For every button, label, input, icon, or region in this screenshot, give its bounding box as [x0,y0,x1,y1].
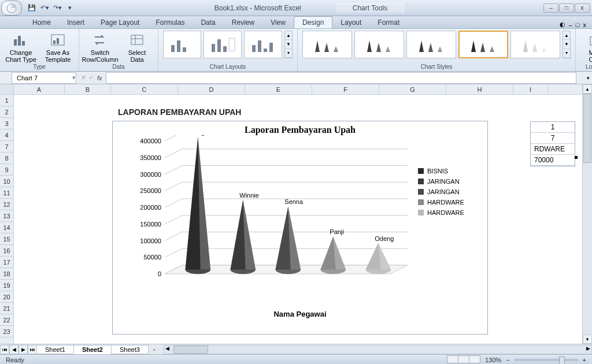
tab-insert[interactable]: Insert [59,17,92,28]
page-break-view-icon[interactable] [469,355,480,363]
col-header-f[interactable]: F [312,84,379,94]
tab-design[interactable]: Design [294,16,332,28]
nav-next-icon[interactable]: ▶ [18,345,28,354]
chart-title[interactable]: Laporan Pembayaran Upah [113,125,487,135]
tab-home[interactable]: Home [24,17,59,28]
close-button[interactable]: x [575,3,590,13]
accept-icon[interactable]: ✓ [88,74,94,81]
col-header-g[interactable]: G [379,84,446,94]
page-layout-view-icon[interactable] [458,355,469,363]
selection-fill-handle[interactable] [575,156,578,159]
move-chart-button[interactable]: Move Chart [580,31,592,63]
legend-item[interactable]: JARINGAN [418,178,487,185]
sheet-tab-3[interactable]: Sheet3 [111,345,149,354]
zoom-level[interactable]: 130% [485,356,501,363]
row-header-17[interactable]: 17 [0,257,13,268]
row-header-3[interactable]: 3 [0,118,13,129]
nav-first-icon[interactable]: ⏮ [0,345,9,354]
row-header-20[interactable]: 20 [0,291,13,303]
row-header-14[interactable]: 14 [0,222,13,233]
view-buttons[interactable] [447,355,480,364]
row-header-8[interactable]: 8 [0,153,13,164]
tab-data[interactable]: Data [193,17,223,28]
row-header-18[interactable]: 18 [0,268,13,280]
select-data-button[interactable]: Select Data [121,31,153,63]
style-option-2[interactable] [354,31,404,58]
row-header-16[interactable]: 16 [0,245,13,257]
undo-icon[interactable]: ↶▾ [39,3,50,13]
vertical-scrollbar[interactable]: ▲ ▼ [582,84,592,344]
col-header-h[interactable]: H [446,84,513,94]
row-header-19[interactable]: 19 [0,280,13,291]
col-header-a[interactable]: A [14,84,65,94]
tab-formulas[interactable]: Formulas [147,17,193,28]
chart-layouts-gallery[interactable]: ▲▼▾ [163,31,293,58]
legend-item[interactable]: BISNIS [418,168,487,174]
row-header-9[interactable]: 9 [0,164,13,176]
row-header-13[interactable]: 13 [0,210,13,222]
name-box[interactable]: Chart 7▾ [12,72,76,84]
zoom-slider[interactable] [515,359,578,361]
layout-option-1[interactable] [163,31,201,58]
help-icon[interactable]: ◐ [560,21,565,28]
hscroll-thumb[interactable] [173,346,208,354]
layout-option-3[interactable] [244,31,282,58]
cancel-icon[interactable]: ✕ [81,74,86,81]
chart-styles-gallery[interactable]: ▲▼▾ [302,31,571,58]
tab-page-layout[interactable]: Page Layout [92,17,147,28]
save-as-template-button[interactable]: Save As Template [42,31,74,63]
legend-item[interactable]: JARINGAN [418,188,487,195]
styles-gallery-scroll[interactable]: ▲▼▾ [563,31,571,58]
style-option-4[interactable] [458,31,508,58]
row-header-11[interactable]: 11 [0,187,13,199]
cell-h9[interactable]: RDWARE [531,144,575,155]
style-option-1[interactable] [302,31,352,58]
row-header-1[interactable]: 1 [0,95,13,106]
style-option-5[interactable] [510,31,560,58]
cell-h8[interactable]: 7 [531,133,575,144]
col-header-e[interactable]: E [245,84,312,94]
maximize-button[interactable]: □ [559,3,574,13]
normal-view-icon[interactable] [447,355,458,363]
embedded-chart[interactable]: Laporan Pembayaran Upah 0500001000001500… [112,121,488,335]
chart-plot-area[interactable]: 0500001000001500002000002500003000003500… [119,135,418,309]
row-header-15[interactable]: 15 [0,233,13,245]
chart-legend[interactable]: BISNISJARINGANJARINGANHARDWAREHARDWARE [418,135,487,309]
formula-expand-icon[interactable]: ▾ [587,75,590,81]
sheet-tab-2[interactable]: Sheet2 [73,345,112,354]
style-option-3[interactable] [406,31,456,58]
vscroll-thumb[interactable] [583,94,591,163]
col-header-i[interactable]: I [513,84,548,94]
qat-dropdown-icon[interactable]: ▾ [65,3,75,13]
chart-x-axis-label[interactable]: Nama Pegawai [113,310,487,318]
row-header-7[interactable]: 7 [0,141,13,153]
layouts-gallery-scroll[interactable]: ▲▼▾ [284,31,293,58]
zoom-out-icon[interactable]: − [506,356,509,363]
sheet-nav-buttons[interactable]: ⏮ ◀ ▶ ⏭ [0,345,37,354]
inner-max-icon[interactable]: □ [576,21,580,28]
col-header-d[interactable]: D [178,84,245,94]
tab-layout[interactable]: Layout [332,17,369,28]
row-header-21[interactable]: 21 [0,303,13,314]
col-header-c[interactable]: C [111,84,178,94]
fx-icon[interactable]: fx [97,75,102,81]
tab-view[interactable]: View [262,17,294,28]
cells-area[interactable]: LAPORAN PEMBAYARAN UPAH Laporan Pembayar… [14,95,582,344]
formula-input[interactable] [106,72,576,84]
zoom-in-icon[interactable]: + [583,356,586,363]
cell-h10[interactable]: 70000 [531,155,575,166]
row-header-12[interactable]: 12 [0,199,13,210]
cell-h7[interactable]: 1 [531,122,575,133]
new-sheet-icon[interactable]: ◦ [149,346,160,353]
save-icon[interactable]: 💾 [27,3,37,13]
legend-item[interactable]: HARDWARE [418,209,487,216]
office-button[interactable] [1,1,22,16]
scroll-down-icon[interactable]: ▼ [583,335,592,344]
inner-min-icon[interactable]: – [569,21,572,28]
row-header-23[interactable]: 23 [0,326,13,337]
row-header-22[interactable]: 22 [0,314,13,326]
change-chart-type-button[interactable]: Change Chart Type [5,31,37,63]
redo-icon[interactable]: ↷▾ [52,3,62,13]
row-header-4[interactable]: 4 [0,129,13,141]
layout-option-2[interactable] [204,31,242,58]
